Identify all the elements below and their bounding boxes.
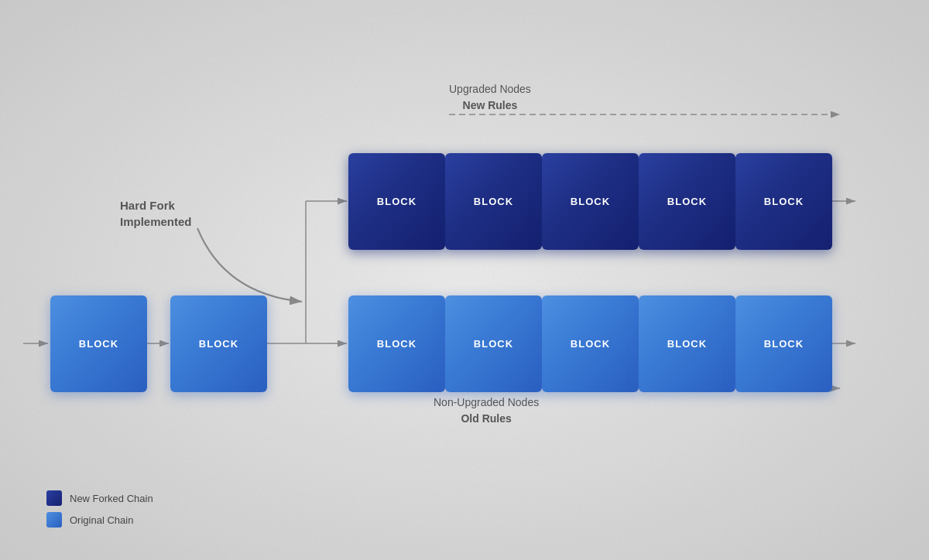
upgraded-nodes-label: Upgraded Nodes New Rules: [449, 81, 531, 114]
legend-swatch-fork: [46, 490, 62, 506]
non-upgraded-nodes-label: Non-Upgraded Nodes Old Rules: [434, 394, 539, 427]
hard-fork-label: Hard Fork Implemented: [120, 197, 192, 230]
block-orig-4: BLOCK: [639, 295, 735, 392]
block-fork-3: BLOCK: [542, 153, 639, 250]
block-fork-1: BLOCK: [348, 153, 445, 250]
block-orig-3: BLOCK: [542, 295, 639, 392]
block-shared-2: BLOCK: [170, 295, 267, 392]
legend-swatch-orig: [46, 512, 62, 528]
block-orig-1: BLOCK: [348, 295, 445, 392]
block-fork-4: BLOCK: [639, 153, 735, 250]
block-fork-2: BLOCK: [445, 153, 542, 250]
block-fork-5: BLOCK: [735, 153, 832, 250]
legend-forked-chain: New Forked Chain: [46, 490, 153, 506]
block-orig-5: BLOCK: [735, 295, 832, 392]
blockchain-fork-diagram: Upgraded Nodes New Rules Non-Upgraded No…: [0, 0, 929, 560]
block-shared-1: BLOCK: [50, 295, 147, 392]
legend-original-chain: Original Chain: [46, 512, 153, 528]
legend: New Forked Chain Original Chain: [46, 490, 153, 528]
block-orig-2: BLOCK: [445, 295, 542, 392]
